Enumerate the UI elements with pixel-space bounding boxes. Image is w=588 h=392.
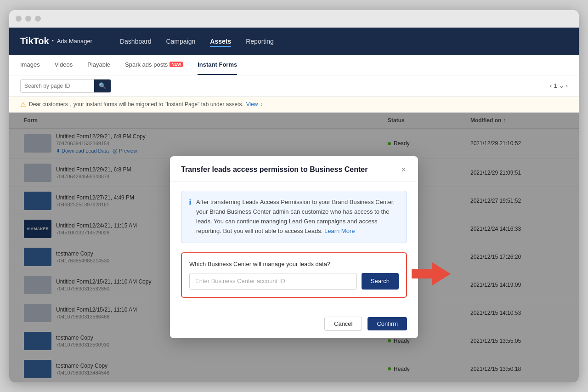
page-number: 1 bbox=[554, 82, 557, 89]
search-row: Search bbox=[189, 273, 399, 290]
nav-item-reporting[interactable]: Reporting bbox=[246, 36, 274, 47]
pagination-prev[interactable]: ‹ bbox=[550, 82, 552, 89]
app-window: TikTok · Ads Manager Dashboard Campaign … bbox=[9, 10, 579, 382]
transfer-modal: Transfer leads access permission to Busi… bbox=[170, 156, 418, 338]
modal-header: Transfer leads access permission to Busi… bbox=[170, 156, 418, 182]
forms-table: Form Status Modified on ↑ Untitled Form1… bbox=[9, 113, 579, 382]
arrow-indicator bbox=[412, 262, 451, 287]
nav-item-dashboard[interactable]: Dashboard bbox=[120, 36, 152, 47]
modal-title: Transfer leads access permission to Busi… bbox=[181, 165, 368, 174]
brand-sub-label: Ads Manager bbox=[57, 38, 92, 45]
notice-link[interactable]: View bbox=[246, 101, 258, 108]
cancel-button[interactable]: Cancel bbox=[324, 317, 362, 331]
page-search-box: 🔍 bbox=[20, 79, 111, 93]
info-text: After transferring Leads Access Permissi… bbox=[196, 198, 399, 236]
learn-more-link[interactable]: Learn More bbox=[324, 227, 355, 234]
top-navigation: TikTok · Ads Manager Dashboard Campaign … bbox=[9, 28, 579, 55]
svg-marker-0 bbox=[412, 262, 451, 285]
notice-icon: ⚠ bbox=[20, 101, 26, 108]
page-search-input[interactable] bbox=[21, 83, 94, 89]
nav-item-campaign[interactable]: Campaign bbox=[166, 36, 195, 47]
modal-body: ℹ After transferring Leads Access Permis… bbox=[170, 182, 418, 308]
confirm-button[interactable]: Confirm bbox=[368, 317, 407, 330]
tab-playable[interactable]: Playable bbox=[87, 55, 110, 75]
main-navigation: Dashboard Campaign Assets Reporting bbox=[120, 36, 274, 47]
tab-images[interactable]: Images bbox=[20, 55, 40, 75]
app-body: TikTok · Ads Manager Dashboard Campaign … bbox=[9, 28, 579, 382]
page-search-button[interactable]: 🔍 bbox=[94, 80, 111, 92]
nav-item-assets[interactable]: Assets bbox=[210, 36, 231, 47]
info-icon: ℹ bbox=[189, 198, 192, 236]
toolbar: 🔍 ‹ 1 ⌄ › bbox=[9, 75, 579, 97]
notice-bar: ⚠ Dear customers，your instant forms will… bbox=[9, 97, 579, 113]
pagination-dropdown-icon[interactable]: ⌄ bbox=[559, 82, 564, 89]
bc-account-input[interactable] bbox=[189, 273, 357, 290]
pagination: ‹ 1 ⌄ › bbox=[550, 82, 568, 89]
maximize-dot bbox=[35, 16, 41, 22]
search-label: Which Business Center will manage your l… bbox=[189, 261, 399, 267]
notice-text: Dear customers，your instant forms will b… bbox=[29, 101, 243, 108]
search-button[interactable]: Search bbox=[362, 273, 399, 290]
close-icon[interactable]: × bbox=[400, 165, 407, 174]
new-badge: NEW bbox=[170, 62, 183, 67]
titlebar bbox=[9, 10, 579, 28]
close-dot bbox=[16, 16, 22, 22]
minimize-dot bbox=[25, 16, 31, 22]
brand-tiktok-label: TikTok bbox=[20, 36, 49, 46]
tab-instant-forms[interactable]: Instant Forms bbox=[198, 55, 237, 75]
sub-tabs-bar: Images Videos Playable Spark ads posts N… bbox=[9, 55, 579, 75]
notice-arrow: › bbox=[261, 101, 263, 108]
search-section: Which Business Center will manage your l… bbox=[181, 252, 407, 298]
brand-dot: · bbox=[52, 36, 54, 46]
brand-logo: TikTok · Ads Manager bbox=[20, 36, 92, 46]
modal-footer: Cancel Confirm bbox=[170, 309, 418, 338]
tab-spark-ads[interactable]: Spark ads posts NEW bbox=[125, 55, 183, 75]
pagination-next[interactable]: › bbox=[566, 82, 568, 89]
red-arrow-icon bbox=[412, 262, 451, 285]
info-box: ℹ After transferring Leads Access Permis… bbox=[181, 191, 407, 243]
tab-videos[interactable]: Videos bbox=[55, 55, 73, 75]
modal-overlay: Transfer leads access permission to Busi… bbox=[9, 113, 579, 382]
